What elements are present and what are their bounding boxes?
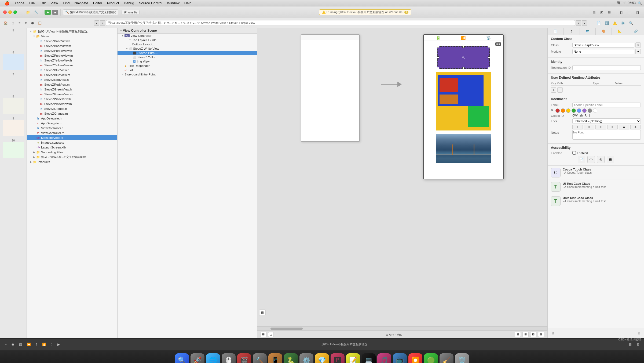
dock-item-15[interactable]: 📺	[393, 353, 407, 363]
nav-next-button[interactable]: ›	[582, 20, 587, 26]
menu-view[interactable]: View	[48, 1, 60, 6]
more-icon[interactable]: ⋯	[635, 20, 642, 26]
tree-item-stevezwhiteview-m[interactable]: m SteveZWhiteView.m	[27, 101, 117, 106]
inspector-tab-identity[interactable]: 🪪	[580, 28, 596, 35]
scene-yellow-view[interactable]: ⬜ SteveZ Yello...	[118, 55, 257, 59]
layout-btn-3[interactable]: ⊡	[606, 9, 612, 15]
hierarchy-icon[interactable]: ≡	[17, 20, 22, 26]
inspector-tab-size[interactable]: 📐	[612, 28, 628, 35]
notes-textarea[interactable]	[572, 130, 641, 140]
tree-item-images-xcassets[interactable]: ◈ Images.xcassets	[27, 140, 117, 145]
size-class-btn-4[interactable]: ⊞	[538, 332, 544, 337]
class-input[interactable]	[572, 43, 634, 48]
tree-item-stevezborange-h[interactable]: h SteveZOrange.h	[27, 106, 117, 111]
dock-item-6[interactable]: 🔨	[253, 353, 267, 363]
dock-launchpad[interactable]: 🚀	[191, 353, 204, 363]
dock-item-17[interactable]: 🟢	[424, 353, 438, 363]
notes-format-a2[interactable]: A	[630, 125, 641, 129]
tree-item-stevezblueview-m[interactable]: m SteveZBlueView.m	[27, 72, 117, 77]
bottom-selector-7[interactable]: ▶	[56, 342, 61, 347]
size-class-btn-1[interactable]: ⊞	[515, 332, 521, 337]
bottom-selector-1[interactable]: ◉	[10, 342, 16, 347]
apple-menu[interactable]: 🍎	[2, 1, 12, 6]
menu-xcode[interactable]: Xcode	[12, 1, 27, 6]
scene-img-view[interactable]: 🖼 Img View	[118, 59, 257, 64]
minimap-toggle-btn[interactable]: ⊞	[259, 309, 266, 316]
panel-bottom-btn[interactable]: ⬜	[626, 9, 633, 15]
warning-icon[interactable]: ⚠️	[611, 20, 619, 26]
thumb-8[interactable]: 8	[0, 94, 27, 116]
color-blue[interactable]	[577, 108, 581, 113]
scene-first-responder[interactable]: ◈ First Responder	[118, 64, 257, 68]
color-yellow[interactable]	[566, 108, 570, 113]
tree-item-main-storyboard[interactable]: SB Main.storyboard	[27, 135, 117, 140]
thumb-5[interactable]: 5	[0, 28, 27, 50]
tree-item-stevezyelllowview-h[interactable]: h SteveZYellowView.h	[27, 58, 117, 63]
inspector-zoom-out[interactable]: ⊟	[550, 330, 556, 336]
color-green[interactable]	[572, 108, 576, 113]
bottom-selector-5[interactable]: ⏫	[41, 342, 48, 347]
menu-editor[interactable]: Editor	[91, 1, 104, 6]
canvas-hscroll[interactable]	[257, 326, 547, 330]
run-button[interactable]: ▶	[45, 10, 51, 15]
zoom-out-btn[interactable]: ⊟	[260, 332, 266, 337]
grid-icon[interactable]: ⊞	[10, 20, 16, 26]
dock-safari[interactable]: 🌐	[206, 353, 220, 363]
folder-icon[interactable]: 📁	[24, 9, 32, 15]
nav-prev-button[interactable]: ‹	[576, 20, 581, 26]
inspector-tab-file[interactable]: 📄	[548, 28, 564, 35]
thumb-7[interactable]: 7	[0, 72, 27, 94]
scroll-thumb[interactable]	[270, 328, 303, 330]
notes-format-a1[interactable]: A	[619, 125, 629, 129]
nav-forward-button[interactable]: ›	[100, 20, 105, 26]
tree-item-stevezblueview-h[interactable]: h SteveZBlueView.h	[27, 68, 117, 72]
tree-item-appdelegate-h[interactable]: h AppDelegate.h	[27, 116, 117, 121]
settings-icon[interactable]: ⚙️	[619, 20, 627, 26]
dock-finder[interactable]: 🔍	[175, 353, 189, 363]
tree-item-stevezbaseview-h[interactable]: h SteveZBaseView.h	[27, 39, 117, 43]
bottom-selector-4[interactable]: ⤴	[34, 342, 39, 347]
lock-select[interactable]: Inherited - (Nothing)	[572, 118, 641, 124]
inspector-zoom-in[interactable]: ⊞	[636, 330, 642, 336]
device-selector[interactable]: iPhone 6s	[122, 10, 140, 15]
thumb-6[interactable]: 6	[0, 50, 27, 72]
tree-item-stevezpurpleview-h[interactable]: h SteveZPurpleView.h	[27, 48, 117, 53]
tree-item-stevezpurpleview-m[interactable]: m SteveZPurpleView.m	[27, 53, 117, 58]
run-report-icon[interactable]: 📋	[36, 20, 43, 26]
tree-item-tests[interactable]: 📁 预03-UIView不接...户交互的情况Tests	[27, 155, 117, 159]
menu-help[interactable]: Help	[182, 1, 194, 6]
tree-item-root[interactable]: 📁 预03-UIView不接受用户交互的情况	[27, 29, 117, 34]
module-input[interactable]	[572, 49, 634, 54]
dock-item-8[interactable]: 🐍	[284, 353, 298, 363]
inspector-icon[interactable]: 🔧	[33, 9, 40, 15]
color-purple[interactable]	[582, 108, 587, 113]
dock-item-4[interactable]: 🖱️	[222, 353, 236, 363]
scene-exit[interactable]: ↩ Exit	[118, 68, 257, 72]
scene-purple-view[interactable]: ⬛ SteveZ Purpl...	[118, 51, 257, 55]
minimize-button[interactable]	[8, 10, 12, 14]
bottom-selector-2[interactable]: ▤	[17, 342, 24, 347]
uad-remove-btn[interactable]: −	[557, 87, 563, 93]
home-icon[interactable]: 🏠	[2, 20, 9, 26]
dock-item-7[interactable]: 📱	[268, 353, 282, 363]
yellow-view[interactable]	[436, 72, 491, 130]
notes-format-align-left[interactable]: ≡	[572, 125, 583, 129]
color-orange[interactable]	[561, 108, 565, 113]
bottom-selector-6[interactable]: ⤵	[49, 342, 54, 347]
tree-item-views[interactable]: 📂 Views	[27, 34, 117, 39]
bridge-image-view[interactable]	[436, 134, 491, 163]
dock-terminal[interactable]: 💻	[362, 353, 376, 363]
panel-right-btn[interactable]: ◨	[635, 9, 641, 15]
notes-format-align-center[interactable]: ≡	[584, 125, 594, 129]
thumb-10[interactable]: 10	[0, 138, 27, 160]
thumb-9[interactable]: 9	[0, 116, 27, 138]
tree-item-supporting-files[interactable]: 📁 Supporting Files	[27, 150, 117, 155]
canvas-viewport[interactable]: 🔋 📶 📡	[257, 28, 547, 326]
tree-item-launchscreen[interactable]: xib LaunchScreen.xib	[27, 145, 117, 150]
notes-format-align-right[interactable]: ≡	[595, 125, 606, 129]
size-class-btn-3[interactable]: ⊡	[530, 332, 536, 337]
scene-white-view[interactable]: ⬜ SteveZ White View	[118, 46, 257, 51]
module-dropdown-btn[interactable]: ▼	[635, 49, 641, 54]
blue-inner-view[interactable]	[438, 75, 484, 106]
stop-button[interactable]: ■	[52, 10, 58, 15]
